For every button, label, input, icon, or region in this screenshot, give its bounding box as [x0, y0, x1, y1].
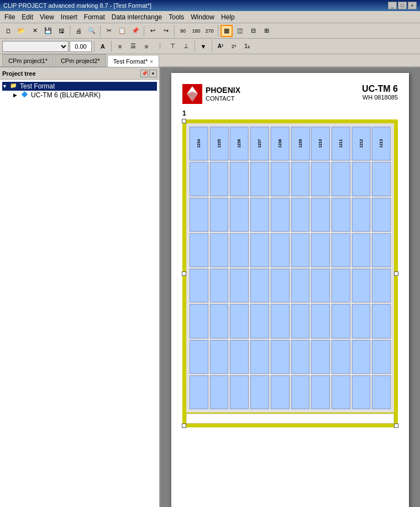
label-cell-6-3[interactable] — [250, 340, 269, 374]
label-cell-1-2[interactable] — [230, 162, 249, 196]
paste-button[interactable]: 📌 — [129, 25, 141, 37]
label-cell-0-8[interactable]: 1212 — [352, 127, 371, 160]
align-justify-button[interactable]: ⋮ — [154, 40, 166, 53]
label-cell-3-4[interactable] — [271, 233, 290, 267]
menu-item-tools[interactable]: Tools — [165, 12, 187, 22]
label-cell-2-0[interactable] — [190, 198, 208, 232]
label-cell-6-7[interactable] — [332, 340, 350, 374]
title-bar-controls[interactable]: _ □ × — [388, 2, 417, 9]
label-cell-2-7[interactable] — [332, 198, 350, 232]
print-preview-button[interactable]: 🔍 — [86, 25, 98, 37]
font-selector[interactable] — [2, 41, 69, 52]
menu-item-insert[interactable]: Insert — [57, 12, 81, 22]
label-cell-7-2[interactable] — [230, 375, 249, 409]
tool4-button[interactable]: ⊞ — [260, 25, 272, 37]
label-cell-2-8[interactable] — [352, 198, 371, 232]
label-cell-3-5[interactable] — [291, 233, 310, 267]
menu-item-edit[interactable]: Edit — [18, 12, 36, 22]
cut-button[interactable]: ✂ — [103, 25, 115, 37]
label-cell-5-1[interactable] — [210, 304, 229, 338]
label-cell-1-7[interactable] — [332, 162, 350, 196]
close-btn[interactable]: ✕ — [29, 25, 41, 37]
label-cell-7-0[interactable] — [190, 375, 208, 409]
special-char-button[interactable]: A¹ — [214, 40, 227, 53]
label-cell-4-8[interactable] — [352, 269, 371, 302]
label-cell-2-1[interactable] — [210, 198, 229, 232]
zoom-180-button[interactable]: 180 — [190, 25, 202, 37]
active-tool-button[interactable]: ▦ — [221, 25, 233, 37]
tree-item-child1[interactable]: ▶ 🔷 UC-TM 6 (BLUEMARK) — [13, 91, 157, 100]
tree-pin-button[interactable]: 📌 — [140, 70, 148, 77]
label-cell-3-0[interactable] — [190, 233, 208, 267]
maximize-button[interactable]: □ — [398, 2, 407, 9]
label-cell-7-8[interactable] — [352, 375, 371, 409]
label-cell-4-7[interactable] — [332, 269, 350, 302]
menu-item-format[interactable]: Format — [81, 12, 108, 22]
tab-tab1[interactable]: CPm project1* — [2, 54, 54, 66]
label-cell-1-4[interactable] — [271, 162, 290, 196]
copy-button[interactable]: 📋 — [116, 25, 128, 37]
label-cell-7-6[interactable] — [311, 375, 330, 409]
label-cell-0-9[interactable]: 1213 — [372, 127, 391, 160]
open-button[interactable]: 📂 — [15, 25, 28, 37]
label-cell-0-2[interactable]: 1236 — [230, 127, 249, 160]
label-cell-4-9[interactable] — [372, 269, 391, 302]
tree-item-root[interactable]: ▼ 📁 Test Format — [2, 82, 157, 91]
font-size-input[interactable] — [70, 41, 92, 52]
label-cell-0-6[interactable]: 1210 — [311, 127, 330, 160]
label-cell-3-1[interactable] — [210, 233, 229, 267]
label-cell-4-2[interactable] — [230, 269, 249, 302]
label-cell-4-5[interactable] — [291, 269, 310, 302]
tool3-button[interactable]: ⊟ — [247, 25, 259, 37]
label-cell-2-6[interactable] — [311, 198, 330, 232]
label-cell-7-1[interactable] — [210, 375, 229, 409]
handle-bottom-left[interactable] — [182, 424, 186, 428]
label-cell-6-9[interactable] — [372, 340, 391, 374]
label-cell-3-3[interactable] — [250, 233, 269, 267]
label-cell-6-2[interactable] — [230, 340, 249, 374]
label-cell-6-8[interactable] — [352, 340, 371, 374]
label-cell-1-1[interactable] — [210, 162, 229, 196]
new-button[interactable]: 🗋 — [2, 25, 14, 37]
label-cell-0-5[interactable]: 1239 — [291, 127, 310, 160]
label-cell-2-9[interactable] — [372, 198, 391, 232]
handle-bottom-right[interactable] — [394, 424, 398, 428]
label-cell-7-7[interactable] — [332, 375, 350, 409]
label-cell-1-8[interactable] — [352, 162, 371, 196]
label-cell-3-8[interactable] — [352, 233, 371, 267]
label-cell-0-1[interactable]: 1235 — [210, 127, 229, 160]
label-cell-5-3[interactable] — [250, 304, 269, 338]
undo-button[interactable]: ↩ — [146, 25, 159, 37]
label-cell-4-3[interactable] — [250, 269, 269, 302]
label-cell-6-4[interactable] — [271, 340, 290, 374]
minimize-button[interactable]: _ — [388, 2, 397, 9]
label-cell-4-6[interactable] — [311, 269, 330, 302]
label-cell-1-9[interactable] — [372, 162, 391, 196]
superscript-button[interactable]: 2³ — [228, 40, 240, 53]
label-cell-1-0[interactable] — [190, 162, 208, 196]
label-cell-3-9[interactable] — [372, 233, 391, 267]
label-cell-2-3[interactable] — [250, 198, 269, 232]
save-button[interactable]: 💾 — [42, 25, 54, 37]
label-cell-0-4[interactable]: 1238 — [271, 127, 290, 160]
label-cell-6-6[interactable] — [311, 340, 330, 374]
menu-item-help[interactable]: Help — [218, 12, 238, 22]
label-cell-6-0[interactable] — [190, 340, 208, 374]
align-top-button[interactable]: ⊤ — [167, 40, 179, 53]
label-cell-5-6[interactable] — [311, 304, 330, 338]
menu-item-data-interchange[interactable]: Data interchange — [108, 12, 165, 22]
numbering-button[interactable]: 1₂ — [241, 40, 253, 53]
font-format-button[interactable]: A — [97, 40, 109, 53]
label-cell-0-7[interactable]: 1211 — [332, 127, 350, 160]
label-cell-5-2[interactable] — [230, 304, 249, 338]
menu-item-file[interactable]: File — [1, 12, 18, 22]
print-button[interactable]: 🖨 — [72, 25, 85, 37]
redo-button[interactable]: ↪ — [160, 25, 172, 37]
zoom-90-button[interactable]: 90 — [177, 25, 189, 37]
tree-close-button[interactable]: × — [149, 70, 157, 77]
handle-top-left[interactable] — [182, 119, 186, 123]
text-dropdown-button[interactable]: ▼ — [197, 40, 209, 53]
label-cell-5-9[interactable] — [372, 304, 391, 338]
tree-controls[interactable]: 📌 × — [140, 70, 157, 77]
close-button[interactable]: × — [408, 2, 417, 9]
